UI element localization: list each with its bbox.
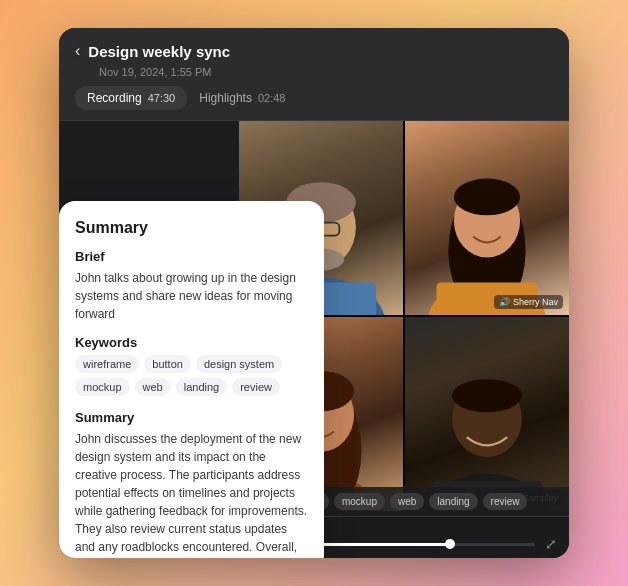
keyword-1[interactable]: button	[144, 355, 191, 373]
keyword-4[interactable]: web	[135, 378, 171, 396]
keyword-0[interactable]: wireframe	[75, 355, 139, 373]
progress-thumb	[445, 539, 455, 549]
tag-pill-4[interactable]: landing	[429, 493, 477, 510]
tabs: Recording 47:30 Highlights 02:48	[75, 86, 553, 110]
summary-heading: Summary	[75, 410, 308, 425]
progress-bar[interactable]	[323, 543, 535, 546]
progress-fill	[323, 543, 450, 546]
svg-point-19	[452, 380, 522, 413]
page-title: Design weekly sync	[88, 43, 230, 60]
tag-pill-5[interactable]: review	[483, 493, 528, 510]
keyword-2[interactable]: design system	[196, 355, 282, 373]
keywords-heading: Keywords	[75, 335, 308, 350]
video-cell-4: 🔊 Iron Sampley	[405, 317, 569, 511]
keyword-6[interactable]: review	[232, 378, 280, 396]
header-subtitle: Nov 19, 2024, 1:55 PM	[99, 66, 553, 78]
app-window: ‹ Design weekly sync Nov 19, 2024, 1:55 …	[59, 28, 569, 558]
brief-text: John talks about growing up in the desig…	[75, 269, 308, 323]
tag-pill-3[interactable]: web	[390, 493, 424, 510]
tab-highlights[interactable]: Highlights 02:48	[187, 86, 297, 110]
tab-recording[interactable]: Recording 47:30	[75, 86, 187, 110]
header: ‹ Design weekly sync Nov 19, 2024, 1:55 …	[59, 28, 569, 121]
content-area: 🔊 Sherry Nav	[59, 121, 569, 558]
keyword-5[interactable]: landing	[176, 378, 227, 396]
participant-label-2: 🔊 Sherry Nav	[494, 295, 563, 309]
expand-button[interactable]: ⤢	[545, 536, 557, 552]
tag-pill-2[interactable]: mockup	[334, 493, 385, 510]
keyword-3[interactable]: mockup	[75, 378, 130, 396]
summary-panel: Summary Brief John talks about growing u…	[59, 201, 324, 558]
svg-point-11	[454, 179, 520, 216]
keyword-pills: wireframe button design system mockup we…	[75, 355, 308, 396]
summary-text: John discusses the deployment of the new…	[75, 430, 308, 558]
video-cell-2: 🔊 Sherry Nav	[405, 121, 569, 315]
brief-heading: Brief	[75, 249, 308, 264]
back-button[interactable]: ‹	[75, 42, 80, 60]
summary-title: Summary	[75, 219, 308, 237]
